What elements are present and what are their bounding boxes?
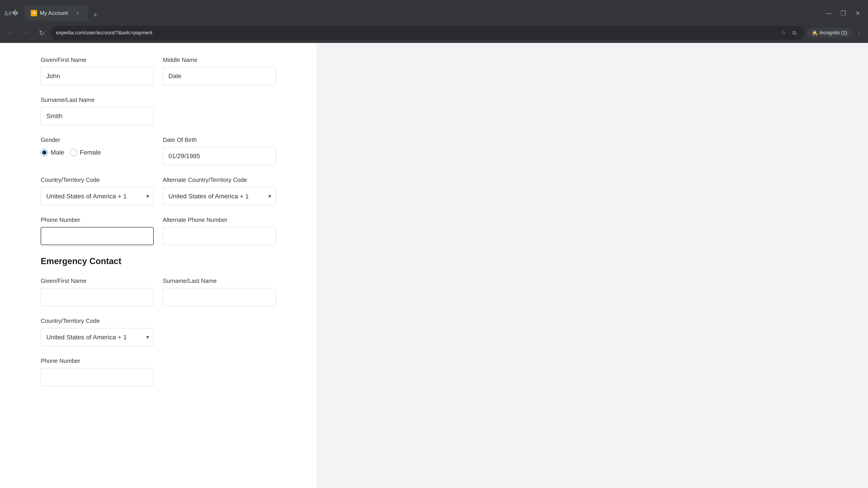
gender-male-radio[interactable] — [41, 149, 48, 156]
emergency-given-name-label: Given/First Name — [41, 278, 154, 285]
emergency-phone-group: Phone Number — [41, 357, 154, 386]
middle-name-group: Middle Name — [163, 57, 276, 85]
phone-label: Phone Number — [41, 217, 154, 223]
gender-female-option[interactable]: Female — [70, 149, 101, 156]
given-name-label: Given/First Name — [41, 57, 154, 64]
incognito-badge: 🕵 Incognito (2) — [807, 28, 852, 37]
alt-country-code-label: Alternate Country/Territory Code — [163, 176, 276, 184]
reload-button[interactable]: ↻ — [35, 26, 48, 39]
tab-title: My Account — [40, 10, 71, 16]
alt-phone-group: Alternate Phone Number — [163, 217, 276, 245]
emergency-given-name-input[interactable] — [41, 288, 154, 306]
emergency-given-name-group: Given/First Name — [41, 278, 154, 306]
gender-male-label: Male — [51, 149, 64, 156]
tab-favicon: ✈ — [31, 10, 37, 16]
dob-group: Date Of Birth — [163, 136, 276, 165]
emergency-phone-input[interactable] — [41, 368, 154, 386]
middle-name-input[interactable] — [163, 67, 276, 85]
emergency-country-group: Country/Territory Code United States of … — [41, 318, 154, 346]
emergency-contact-title: Emergency Contact — [41, 256, 276, 266]
close-button[interactable]: ✕ — [852, 7, 864, 19]
surname-row: Surname/Last Name — [41, 96, 276, 125]
main-content: Given/First Name Middle Name Surname/Las… — [0, 43, 316, 488]
dob-input[interactable] — [163, 147, 276, 165]
emergency-surname-input[interactable] — [163, 288, 276, 306]
emergency-surname-group: Surname/Last Name — [163, 278, 276, 306]
surname-input[interactable] — [41, 107, 154, 125]
name-row: Given/First Name Middle Name — [41, 57, 276, 85]
emergency-phone-row: Phone Number — [41, 357, 276, 386]
emergency-name-row: Given/First Name Surname/Last Name — [41, 278, 276, 306]
gender-male-option[interactable]: Male — [41, 149, 64, 156]
alt-country-code-select[interactable]: United States of America + 1 United King… — [163, 187, 276, 205]
tab-history-back-button[interactable]: &#� — [4, 6, 18, 20]
url-display: expedia.com/user/account/?&selc=payment — [56, 30, 776, 36]
new-tab-button[interactable]: + — [90, 9, 101, 21]
emergency-country-select[interactable]: United States of America + 1 United King… — [41, 328, 154, 346]
address-bar[interactable]: expedia.com/user/account/?&selc=payment … — [51, 26, 804, 40]
split-view-icon[interactable]: ⧉ — [790, 28, 799, 37]
dob-label: Date Of Birth — [163, 136, 276, 143]
gender-female-radio[interactable] — [70, 149, 77, 156]
country-code-select-wrapper: United States of America + 1 United King… — [41, 187, 154, 205]
right-panel — [316, 43, 868, 488]
tab-close-button[interactable]: × — [74, 9, 81, 17]
emergency-phone-label: Phone Number — [41, 357, 154, 364]
gender-dob-row: Gender Male Female Date Of Birth — [41, 136, 276, 165]
gender-female-label: Female — [80, 149, 101, 156]
phone-group: Phone Number — [41, 217, 154, 245]
country-code-label: Country/Territory Code — [41, 176, 154, 184]
alt-phone-label: Alternate Phone Number — [163, 217, 276, 223]
gender-options: Male Female — [41, 149, 154, 156]
alt-country-code-group: Alternate Country/Territory Code United … — [163, 176, 276, 205]
emergency-country-select-wrapper: United States of America + 1 United King… — [41, 328, 154, 346]
alt-country-code-select-wrapper: United States of America + 1 United King… — [163, 187, 276, 205]
country-code-select[interactable]: United States of America + 1 United King… — [41, 187, 154, 205]
more-options-icon[interactable]: ⋮ — [855, 28, 864, 37]
given-name-group: Given/First Name — [41, 57, 154, 85]
emergency-country-row: Country/Territory Code United States of … — [41, 318, 276, 346]
back-button[interactable]: ← — [4, 26, 17, 39]
incognito-label: Incognito (2) — [819, 30, 847, 36]
active-tab[interactable]: ✈ My Account × — [24, 5, 88, 21]
gender-label: Gender — [41, 136, 154, 143]
forward-button[interactable]: → — [20, 26, 33, 39]
phone-row: Phone Number Alternate Phone Number — [41, 217, 276, 245]
middle-name-label: Middle Name — [163, 57, 276, 64]
country-row: Country/Territory Code United States of … — [41, 176, 276, 205]
incognito-icon: 🕵 — [812, 30, 818, 36]
phone-input[interactable] — [41, 227, 154, 245]
surname-group: Surname/Last Name — [41, 96, 154, 125]
maximize-button[interactable]: ❐ — [837, 7, 849, 19]
bookmark-icon[interactable]: ☆ — [779, 28, 788, 37]
minimize-button[interactable]: — — [823, 7, 835, 19]
alt-phone-input[interactable] — [163, 227, 276, 245]
country-code-group: Country/Territory Code United States of … — [41, 176, 154, 205]
given-name-input[interactable] — [41, 67, 154, 85]
gender-group: Gender Male Female — [41, 136, 154, 165]
emergency-surname-label: Surname/Last Name — [163, 278, 276, 285]
surname-label: Surname/Last Name — [41, 96, 154, 103]
emergency-country-label: Country/Territory Code — [41, 318, 154, 324]
